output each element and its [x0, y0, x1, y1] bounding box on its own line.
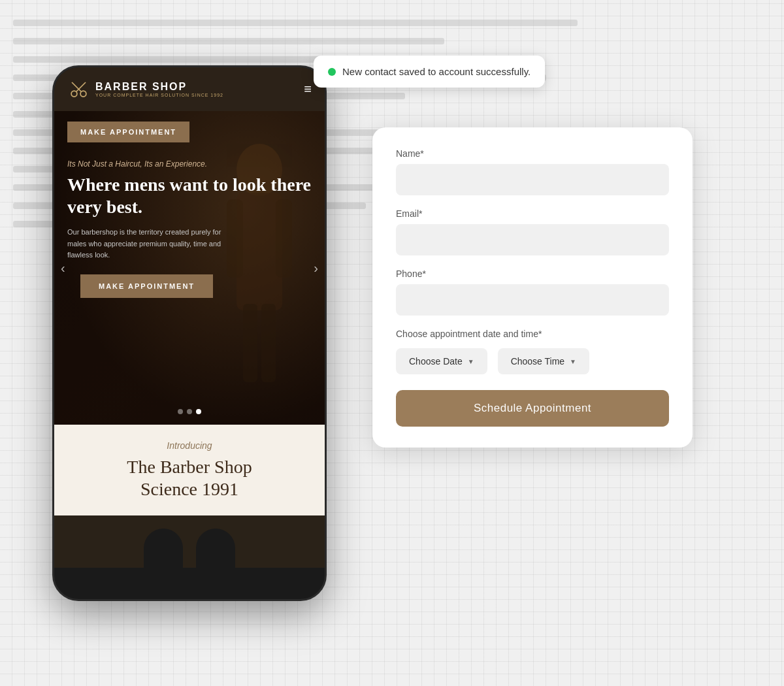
hero-description: Our barbershop is the territory created … — [67, 227, 237, 261]
carousel-dot-3[interactable] — [196, 409, 201, 414]
phone-bottom-section: Introducing The Barber Shop Science 1991 — [54, 425, 325, 515]
svg-line-2 — [76, 82, 86, 91]
main-container: BARBER SHOP YOUR COMPLETE HAIR SOLUTION … — [52, 65, 327, 601]
carousel-dots — [178, 409, 201, 414]
email-input[interactable] — [396, 224, 669, 255]
carousel-dot-2[interactable] — [187, 409, 192, 414]
datetime-label: Choose appointment date and time* — [396, 329, 669, 339]
svg-point-0 — [71, 91, 77, 97]
name-label: Name* — [396, 148, 669, 159]
svg-line-3 — [72, 82, 81, 91]
notification-toast: New contact saved to account successfull… — [314, 56, 545, 88]
introducing-label: Introducing — [67, 440, 312, 451]
email-field-group: Email* — [396, 208, 669, 255]
hero-content: Its Not Just a Haircut, Its an Experienc… — [54, 153, 325, 298]
svg-point-1 — [80, 91, 86, 97]
boot-left — [144, 529, 183, 568]
appointment-form-card: Name* Email* Phone* Choose appointment d… — [372, 127, 693, 448]
boot-right — [196, 529, 235, 568]
hamburger-icon[interactable]: ≡ — [304, 82, 312, 97]
date-chevron-icon: ▼ — [468, 358, 474, 365]
schedule-appointment-button[interactable]: Schedule Appointment — [396, 390, 669, 427]
phone-label: Phone* — [396, 269, 669, 279]
phone-header: BARBER SHOP YOUR COMPLETE HAIR SOLUTION … — [54, 67, 325, 111]
carousel-left-arrow[interactable]: ‹ — [61, 261, 65, 276]
shop-title: The Barber Shop Science 1991 — [67, 456, 312, 500]
carousel-dot-1[interactable] — [178, 409, 183, 414]
logo-text: BARBER SHOP YOUR COMPLETE HAIR SOLUTION … — [95, 81, 223, 97]
time-chevron-icon: ▼ — [570, 358, 576, 365]
datetime-group: Choose appointment date and time* Choose… — [396, 329, 669, 374]
svg-rect-8 — [243, 304, 257, 382]
choose-time-button[interactable]: Choose Time ▼ — [498, 348, 589, 374]
phone-mockup: BARBER SHOP YOUR COMPLETE HAIR SOLUTION … — [52, 65, 327, 601]
phone-hero: MAKE APPOINTMENT Its Not Just a Haircut,… — [54, 111, 325, 425]
phone-inner: BARBER SHOP YOUR COMPLETE HAIR SOLUTION … — [54, 67, 325, 599]
success-indicator — [328, 68, 336, 76]
make-appointment-bottom-button[interactable]: MAKE APPOINTMENT — [80, 274, 213, 298]
hero-title: Where mens want to look there very best. — [67, 174, 312, 218]
make-appointment-top-button[interactable]: MAKE APPOINTMENT — [67, 122, 189, 142]
email-label: Email* — [396, 208, 669, 219]
phone-input[interactable] — [396, 284, 669, 316]
svg-rect-9 — [261, 304, 276, 382]
phone-field-group: Phone* — [396, 269, 669, 316]
scissors-icon — [67, 78, 90, 101]
choose-date-button[interactable]: Choose Date ▼ — [396, 348, 487, 374]
logo-subtitle: YOUR COMPLETE HAIR SOLUTION SINCE 1992 — [95, 93, 223, 97]
name-field-group: Name* — [396, 148, 669, 195]
date-time-row: Choose Date ▼ Choose Time ▼ — [396, 348, 669, 374]
name-input[interactable] — [396, 164, 669, 195]
hero-tagline: Its Not Just a Haircut, Its an Experienc… — [67, 159, 312, 169]
carousel-right-arrow[interactable]: › — [314, 261, 318, 276]
logo-title: BARBER SHOP — [95, 81, 223, 93]
toast-message: New contact saved to account successfull… — [342, 66, 531, 77]
boots-area — [54, 515, 325, 568]
phone-logo: BARBER SHOP YOUR COMPLETE HAIR SOLUTION … — [67, 78, 223, 101]
